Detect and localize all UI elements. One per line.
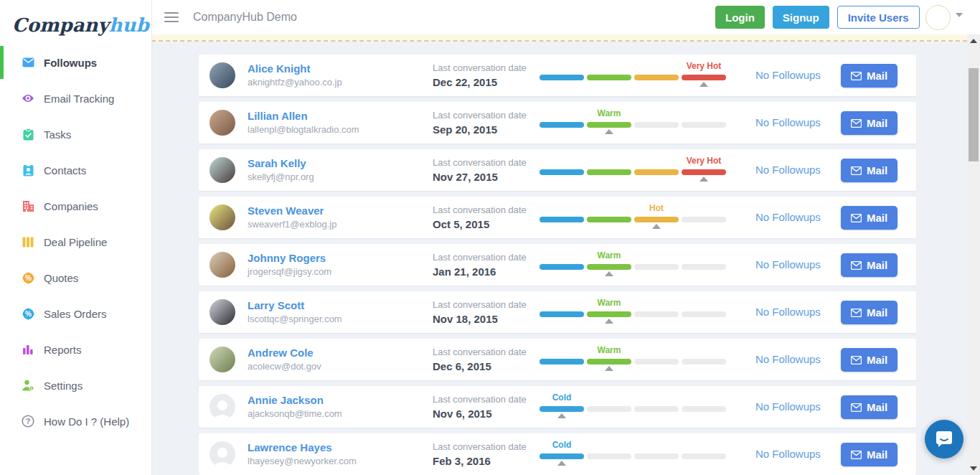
menu-toggle-icon[interactable] (164, 12, 179, 25)
signup-button[interactable]: Signup (773, 6, 829, 29)
last-conversation-date: Jan 21, 2016 (433, 265, 527, 278)
last-conversation-label: Last conversation date (433, 440, 527, 454)
heat-segment (682, 359, 726, 365)
heat-segment (682, 311, 726, 317)
contact-avatar[interactable] (209, 441, 235, 467)
mail-button[interactable]: Mail (841, 395, 897, 419)
contact-row: Annie Jacksonajacksonqb@time.comLast con… (199, 386, 916, 428)
heat-meter: Warm (540, 291, 726, 333)
mail-button[interactable]: Mail (841, 111, 897, 135)
heat-segment (634, 217, 679, 222)
contact-avatar[interactable] (209, 62, 235, 88)
contact-avatar[interactable] (209, 204, 235, 230)
sidebar-item-email-tracking[interactable]: Email Tracking (0, 80, 151, 116)
heat-meter: Warm (540, 102, 726, 144)
sidebar-item-label: Sales Orders (44, 308, 107, 320)
heat-meter: Very Hot (540, 55, 726, 96)
mail-button[interactable]: Mail (841, 64, 897, 88)
heat-segment (540, 311, 584, 317)
scroll-up-icon[interactable] (970, 39, 977, 43)
sidebar-item-label: Settings (44, 380, 83, 392)
heat-segment (634, 75, 679, 80)
mail-envelope-icon (851, 119, 862, 128)
last-conversation-label: Last conversation date (433, 392, 527, 407)
mail-button[interactable]: Mail (841, 253, 897, 277)
sidebar-item-reports[interactable]: Reports (0, 331, 151, 367)
sidebar-item-sales-orders[interactable]: %Sales Orders (0, 296, 151, 331)
contact-email: sweaverf1@exblog.jp (248, 218, 336, 230)
mail-button[interactable]: Mail (841, 206, 897, 230)
user-avatar[interactable] (925, 5, 951, 30)
sidebar-item-tasks[interactable]: Tasks (0, 116, 151, 152)
contact-name-link[interactable]: Andrew Cole (248, 345, 321, 360)
contact-name-link[interactable]: Alice Knight (248, 61, 342, 76)
notice-strip (151, 34, 967, 42)
heat-segment (587, 359, 631, 365)
last-conversation-label: Last conversation date (433, 156, 527, 170)
scrollbar-thumb[interactable] (969, 68, 979, 161)
heat-label: Warm (598, 108, 621, 118)
contact-name-link[interactable]: Larry Scott (248, 298, 342, 313)
sidebar-item-deal-pipeline[interactable]: Deal Pipeline (0, 224, 151, 260)
sidebar-item-settings[interactable]: Settings (0, 367, 151, 403)
contact-identity: Sarah Kellyskellyfj@npr.org (248, 156, 314, 183)
sidebar-item-companies[interactable]: Companies (0, 188, 151, 224)
mail-button[interactable]: Mail (841, 159, 897, 182)
building-icon (22, 199, 34, 212)
contact-name-link[interactable]: Sarah Kelly (248, 156, 314, 171)
heat-segment (634, 122, 679, 128)
mail-envelope-icon (851, 309, 862, 317)
contact-identity: Andrew Coleacolecw@dot.gov (248, 345, 321, 372)
contact-email: aknightfz@yahoo.co.jp (248, 76, 342, 88)
contact-identity: Annie Jacksonajacksonqb@time.com (248, 392, 342, 420)
user-menu-caret-icon[interactable] (956, 13, 963, 17)
sidebar: Companyhub FollowupsEmail TrackingTasksC… (0, 0, 152, 475)
chat-widget-button[interactable] (925, 420, 963, 458)
mail-envelope-icon (851, 72, 862, 80)
mail-button-label: Mail (867, 306, 887, 319)
contact-avatar[interactable] (209, 347, 235, 372)
followups-status: No Followups (755, 400, 821, 413)
mail-button[interactable]: Mail (841, 348, 897, 372)
contact-name-link[interactable]: Annie Jackson (248, 392, 342, 408)
contact-row: Andrew Coleacolecw@dot.govLast conversat… (199, 339, 916, 380)
contact-avatar[interactable] (209, 110, 235, 136)
mail-button-label: Mail (867, 117, 887, 129)
vertical-scrollbar[interactable] (967, 34, 980, 475)
mail-button-label: Mail (867, 164, 887, 177)
sidebar-item-how-do-i-help[interactable]: ?How Do I ? (Help) (0, 403, 151, 439)
contact-name-link[interactable]: Steven Weaver (248, 203, 336, 218)
contact-name-link[interactable]: Lawrence Hayes (248, 440, 357, 455)
scroll-down-icon[interactable] (970, 466, 977, 471)
mail-button[interactable]: Mail (841, 443, 897, 466)
heat-segment (634, 453, 679, 459)
sidebar-item-label: Followups (44, 57, 97, 69)
heat-pointer-icon (605, 319, 613, 324)
heat-pointer-icon (605, 366, 613, 371)
sidebar-item-quotes[interactable]: %Quotes (0, 260, 151, 296)
heat-segment (682, 217, 726, 222)
svg-text:?: ? (26, 417, 31, 425)
heat-segment (587, 453, 631, 459)
last-conversation-date: Nov 27, 2015 (433, 170, 527, 184)
sidebar-item-contacts[interactable]: Contacts (0, 152, 151, 188)
person-placeholder-icon (209, 398, 235, 420)
contact-avatar[interactable] (209, 157, 235, 183)
contact-avatar[interactable] (209, 299, 235, 325)
sidebar-item-followups[interactable]: Followups (0, 44, 151, 80)
invite-users-button[interactable]: Invite Users (837, 6, 920, 29)
heat-pointer-icon (699, 177, 708, 182)
heat-label: Very Hot (687, 61, 722, 71)
contact-avatar[interactable] (209, 394, 235, 420)
contact-name-link[interactable]: Johnny Rogers (248, 250, 331, 265)
heat-segment (540, 122, 584, 128)
heat-pointer-icon (699, 82, 708, 87)
mail-button[interactable]: Mail (841, 301, 897, 324)
heat-pointer-icon (605, 271, 613, 276)
mail-button-label: Mail (867, 354, 887, 366)
contact-name-link[interactable]: Lillian Allen (248, 108, 359, 123)
persongear-icon (22, 379, 34, 392)
contact-avatar[interactable] (209, 252, 235, 278)
login-button[interactable]: Login (715, 6, 765, 29)
sidebar-item-label: How Do I ? (Help) (44, 415, 129, 428)
